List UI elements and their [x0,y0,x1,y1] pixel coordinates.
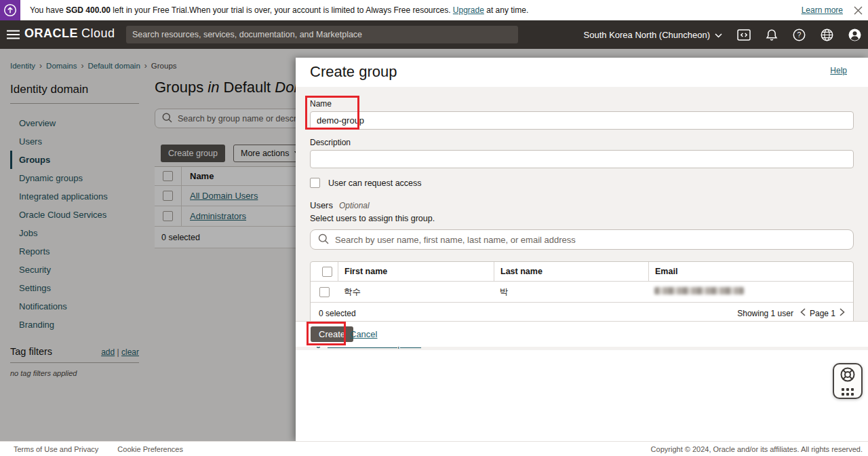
create-button[interactable]: Create [311,326,353,342]
close-icon[interactable] [854,6,863,15]
column-header-email: Email [648,262,853,281]
panel-title: Create group [310,63,397,81]
page-indicator: Page 1 [810,309,835,318]
column-header-first-name: First name [338,262,494,281]
notifications-bell-icon[interactable] [766,28,778,41]
help-link[interactable]: Help [830,66,847,75]
lifebuoy-icon [840,366,856,385]
showing-users-text: Showing 1 user [737,309,793,318]
user-search-input[interactable]: Search by user name, first name, last na… [310,229,854,250]
trial-amount: SGD 400.00 [66,5,111,15]
profile-avatar-icon[interactable] [848,28,861,41]
upgrade-arrow-icon [0,0,20,20]
user-first-name: 학수 [338,286,494,298]
app-header: ORACLECloud Search resources, services, … [0,20,868,49]
learn-more-link[interactable]: Learn more [802,5,843,15]
site-footer: Terms of Use and Privacy Cookie Preferen… [0,441,868,456]
terms-link[interactable]: Terms of Use and Privacy [14,445,98,453]
page-next-icon[interactable] [840,308,845,318]
users-select-all-checkbox[interactable] [322,267,332,277]
user-last-name: 박 [494,286,648,298]
description-label: Description [310,138,854,147]
name-input[interactable] [310,111,854,130]
dots-grid-icon [842,388,854,396]
users-hint-text: Select users to assign this group. [310,214,854,223]
user-row: 학수 박 [311,282,853,303]
copyright-text: Copyright © 2024, Oracle and/or its affi… [651,445,863,453]
search-placeholder: Search resources, services, documentatio… [132,30,362,39]
page-prev-icon[interactable] [800,308,806,318]
create-group-panel: Create group Help Name Description User … [296,58,868,441]
help-icon[interactable]: ? [793,28,806,41]
hamburger-menu-icon[interactable] [7,30,20,42]
cancel-link[interactable]: Cancel [350,329,377,339]
users-selected-count: 0 selected [319,309,356,318]
trial-banner: You have SGD 400.00 left in your Free Tr… [0,0,868,20]
oracle-cloud-logo[interactable]: ORACLECloud [24,26,115,41]
svg-text:?: ? [797,31,802,39]
optional-label: Optional [339,201,370,210]
request-access-checkbox[interactable] [310,178,320,188]
user-row-checkbox[interactable] [319,287,330,297]
users-table: First name Last name Email 학수 박 0 select… [310,261,854,324]
cookie-preferences-link[interactable]: Cookie Preferences [117,445,183,453]
cloud-shell-icon[interactable] [737,29,751,41]
column-header-last-name: Last name [494,262,648,281]
users-section-label: Users [310,200,333,210]
user-email-redacted [654,287,744,294]
support-widget-button[interactable] [833,363,863,399]
upgrade-link[interactable]: Upgrade [453,5,484,15]
name-label: Name [310,99,854,109]
global-search-input[interactable]: Search resources, services, documentatio… [126,26,518,43]
search-icon [318,233,329,246]
language-globe-icon[interactable] [821,28,833,41]
trial-message: You have SGD 400.00 left in your Free Tr… [30,5,528,15]
region-selector[interactable]: South Korea North (Chuncheon) [584,30,722,40]
chevron-down-icon [715,30,722,40]
user-search-placeholder: Search by user name, first name, last na… [335,235,576,245]
request-access-label: User can request access [328,178,422,188]
description-input[interactable] [310,150,854,168]
